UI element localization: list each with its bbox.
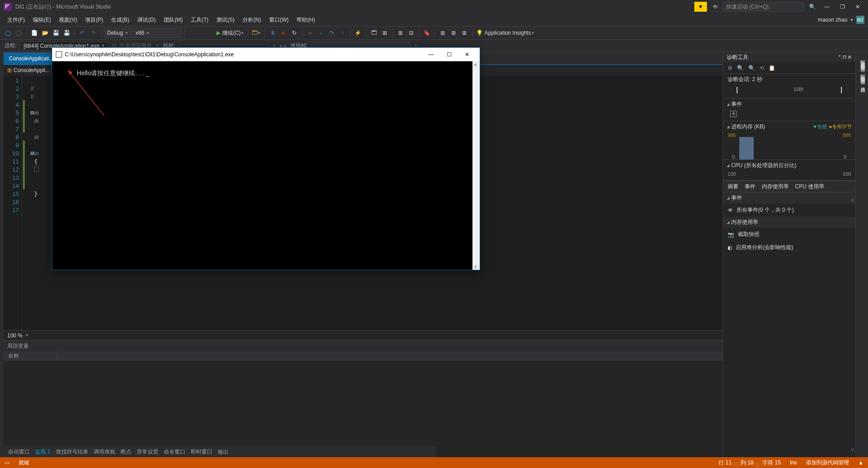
tb-icon-1[interactable]: ⚡ bbox=[353, 28, 363, 38]
console-maximize-button[interactable]: ☐ bbox=[440, 48, 458, 61]
menu-team[interactable]: 团队(M) bbox=[160, 14, 186, 26]
open-button[interactable]: 📂 bbox=[40, 28, 50, 38]
menu-test[interactable]: 测试(S) bbox=[213, 14, 238, 26]
diag-tab-summary[interactable]: 摘要 bbox=[728, 183, 738, 191]
feedback-icon[interactable]: ⟲ bbox=[709, 2, 721, 12]
events-icon: 👁 bbox=[728, 207, 733, 214]
restart-button[interactable]: ↻ bbox=[289, 28, 299, 38]
diag-close-icon[interactable]: ✕ bbox=[847, 54, 852, 60]
menu-build[interactable]: 生成(B) bbox=[108, 14, 133, 26]
thread-dropdown[interactable] bbox=[179, 45, 269, 47]
status-publish-icon[interactable]: ▲ bbox=[858, 459, 864, 466]
tb-icon-2[interactable]: 🗔 bbox=[369, 28, 379, 38]
step-into-button[interactable]: ↓ bbox=[316, 28, 326, 38]
tb-icon-3[interactable]: ⊞ bbox=[380, 28, 390, 38]
menu-debug[interactable]: 调试(D) bbox=[134, 14, 159, 26]
tool-tab-output[interactable]: 输出 bbox=[218, 448, 229, 456]
nav-scope[interactable]: ConsoleAppli... bbox=[13, 67, 50, 73]
undo-button[interactable]: ↶ bbox=[77, 28, 87, 38]
user-area[interactable]: mason zhao ▼ MZ bbox=[818, 16, 864, 24]
bookmark-icon[interactable]: 🔖 bbox=[422, 28, 432, 38]
gear-icon[interactable]: ⚙ bbox=[728, 65, 733, 71]
search-icon[interactable]: 🔍 bbox=[806, 2, 819, 12]
vs-logo-icon bbox=[4, 3, 12, 11]
tool-tab-exceptions[interactable]: 异常设置 bbox=[137, 448, 158, 456]
reset-icon[interactable]: ⟲ bbox=[760, 65, 764, 71]
scroll-down-icon[interactable]: ∨ bbox=[850, 446, 855, 453]
zoom-level[interactable]: 100 % bbox=[7, 332, 22, 339]
zoom-in-icon[interactable]: 🔍 bbox=[737, 65, 744, 71]
new-button[interactable]: 📄 bbox=[29, 28, 39, 38]
tool-tab-auto[interactable]: 自动窗口 bbox=[8, 448, 30, 456]
diag-menu-icon[interactable]: ▼ bbox=[838, 54, 841, 60]
menu-analyze[interactable]: 分析(N) bbox=[239, 14, 265, 26]
maximize-button[interactable]: ❐ bbox=[836, 2, 849, 12]
copy-icon[interactable]: 📋 bbox=[769, 65, 775, 71]
console-output[interactable]: Hello请按任意键继续. . . _ bbox=[52, 61, 472, 270]
user-avatar: MZ bbox=[856, 16, 864, 24]
console-minimize-button[interactable]: — bbox=[422, 48, 440, 61]
stop-button[interactable]: ■ bbox=[279, 28, 288, 38]
save-button[interactable]: 💾 bbox=[51, 28, 61, 38]
tool-tab-breakpoints[interactable]: 断点 bbox=[121, 448, 131, 456]
menu-project[interactable]: 项目(P) bbox=[81, 14, 107, 26]
locals-col-name[interactable]: 名称 bbox=[4, 351, 58, 360]
browser-button[interactable]: 🗔 ▼ bbox=[251, 28, 262, 38]
insights-button[interactable]: 💡 Application Insights ▼ bbox=[475, 28, 535, 38]
show-next-button[interactable]: → bbox=[305, 28, 315, 38]
diag-snapshot-action[interactable]: 📷截取快照 bbox=[723, 228, 855, 241]
diag-tab-events[interactable]: 事件 bbox=[745, 183, 756, 191]
zoom-out-icon[interactable]: 🔍 bbox=[748, 65, 755, 71]
tool-tab-command[interactable]: 命令窗口 bbox=[164, 448, 185, 456]
nav-fwd-button[interactable]: ◯ bbox=[13, 28, 23, 38]
tool-tab-watch[interactable]: 监视 1 bbox=[35, 448, 50, 456]
tb-icon-7[interactable]: ⊞ bbox=[449, 28, 459, 38]
title-bar: Dll1 (正在运行) - Microsoft Visual Studio ▼ … bbox=[0, 0, 868, 14]
menu-edit[interactable]: 编辑(E) bbox=[29, 14, 54, 26]
menu-tools[interactable]: 工具(T) bbox=[187, 14, 212, 26]
console-titlebar[interactable]: C:\Users\cynophile\Desktop\test1\Dll1\De… bbox=[52, 48, 480, 61]
platform-dropdown[interactable]: x86▼ bbox=[132, 28, 182, 38]
menu-help[interactable]: 帮助(H) bbox=[293, 14, 319, 26]
console-close-button[interactable]: ✕ bbox=[458, 48, 476, 61]
step-out-button[interactable]: ↑ bbox=[337, 28, 347, 38]
tool-tab-callstack[interactable]: 调用堆栈 bbox=[94, 448, 115, 456]
console-scrollbar[interactable]: ∧ ∨ bbox=[472, 61, 480, 270]
config-dropdown[interactable]: Debug▼ bbox=[104, 28, 131, 38]
close-button[interactable]: ✕ bbox=[851, 2, 864, 12]
tb-icon-4[interactable]: ⊞ bbox=[396, 28, 405, 38]
pause-button[interactable]: ⏸ bbox=[268, 28, 278, 38]
tool-tab-immediate[interactable]: 即时窗口 bbox=[191, 448, 212, 456]
tb-icon-6[interactable]: ⊞ bbox=[438, 28, 448, 38]
tb-icon-8[interactable]: ⊞ bbox=[459, 28, 469, 38]
diag-cpu-header[interactable]: CPU (所有处理器的百分比) bbox=[723, 160, 855, 171]
diag-events-header[interactable]: 事件 bbox=[723, 99, 855, 110]
diag-memory-header[interactable]: 进程内存 (KB) ▼快照 ●专用字节 bbox=[723, 121, 855, 132]
quick-launch-input[interactable]: 快速启动 (Ctrl+Q) bbox=[723, 2, 804, 12]
diag-tab-memory[interactable]: 内存使用率 bbox=[762, 183, 789, 191]
minimize-button[interactable]: — bbox=[820, 2, 834, 12]
redo-button[interactable]: ↷ bbox=[88, 28, 98, 38]
tab-active[interactable]: ConsoleApplicati... bbox=[4, 52, 59, 64]
diag-mem-section: 内存使用率 bbox=[723, 217, 855, 228]
pause-events-icon[interactable]: ⏸ bbox=[730, 111, 737, 117]
diag-tab-cpu[interactable]: CPU 使用率 bbox=[795, 183, 824, 191]
side-tabs[interactable]: 解决方案资源管理器 团队资源管理器 通知 bbox=[855, 52, 868, 457]
save-all-button[interactable]: 💾 bbox=[62, 28, 72, 38]
menu-file[interactable]: 文件(F) bbox=[4, 14, 28, 26]
diag-timeline-ruler[interactable]: 10秒 bbox=[726, 85, 853, 99]
menu-window[interactable]: 窗口(W) bbox=[265, 14, 292, 26]
tool-tab-findsym[interactable]: 查找符号结果 bbox=[56, 448, 88, 456]
console-app-icon bbox=[56, 51, 62, 58]
diag-heap-action[interactable]: ◐启用堆分析(会影响性能) bbox=[723, 241, 855, 254]
diag-all-events[interactable]: 👁所有事件(0 个，共 0 个) bbox=[723, 204, 855, 217]
diag-pin-icon[interactable]: ⊓ bbox=[842, 54, 846, 60]
nav-back-button[interactable]: ◯ bbox=[3, 28, 13, 38]
notification-filter-button[interactable]: ▼ bbox=[694, 2, 707, 12]
status-source-control[interactable]: 添加到源代码管理 bbox=[806, 459, 849, 467]
continue-button[interactable]: ▶ 继续(C) ▼ bbox=[216, 28, 245, 38]
tb-icon-5[interactable]: ⊟ bbox=[406, 28, 416, 38]
step-over-button[interactable]: ↷ bbox=[327, 28, 337, 38]
menu-view[interactable]: 视图(V) bbox=[55, 14, 81, 26]
scroll-up-icon[interactable]: ∧ bbox=[850, 197, 855, 203]
